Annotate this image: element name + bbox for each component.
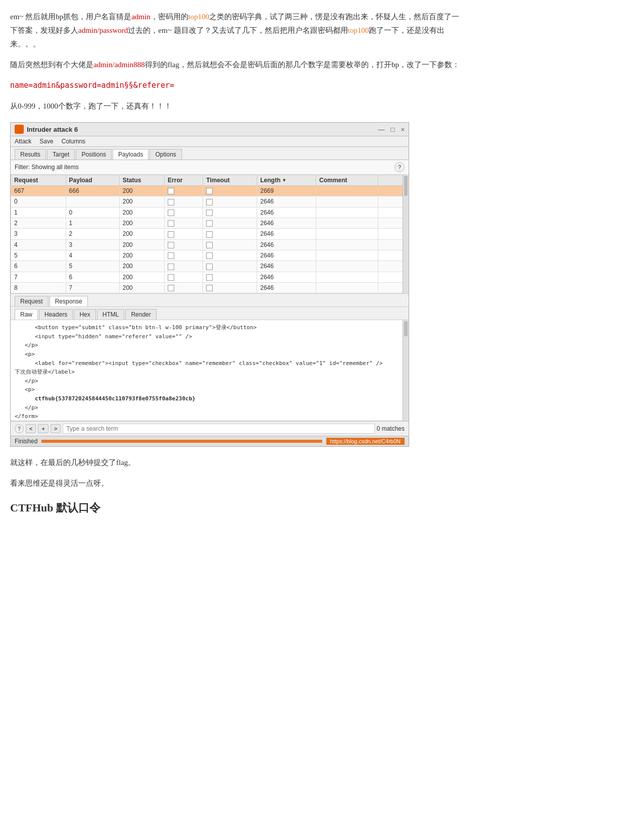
table-scrollbar[interactable] xyxy=(403,175,409,293)
cell-payload: 5 xyxy=(66,261,119,272)
cell-comment xyxy=(316,282,378,293)
table-header-row: Request Payload Status Error Timeout Len… xyxy=(11,175,409,186)
cell-length: 2646 xyxy=(257,261,316,272)
code-line: </p> xyxy=(15,377,405,386)
table-row: 8 7 200 2646 xyxy=(11,282,409,293)
cell-payload: 0 xyxy=(66,207,119,218)
attack-results-table: Request Payload Status Error Timeout Len… xyxy=(11,175,409,293)
code-scrollbar[interactable] xyxy=(403,320,409,421)
cell-timeout xyxy=(203,218,257,228)
search-input[interactable] xyxy=(63,424,374,434)
code-line: </p> xyxy=(15,403,405,412)
cell-error xyxy=(165,207,203,218)
tab-raw[interactable]: Raw xyxy=(15,309,38,320)
cell-payload: 6 xyxy=(66,272,119,282)
burp-main-tabs: Results Target Positions Payloads Option… xyxy=(11,147,409,160)
code-line: 下次自动登录</label> xyxy=(15,368,405,377)
intro-text-6: 随后突然想到有个大佬是 xyxy=(10,61,93,69)
menu-columns[interactable]: Columns xyxy=(62,138,85,145)
cell-request: 5 xyxy=(11,250,66,261)
code-scrollbar-thumb[interactable] xyxy=(404,321,408,336)
tab-positions[interactable]: Positions xyxy=(76,149,112,160)
cell-timeout xyxy=(203,272,257,282)
cell-status: 200 xyxy=(119,250,164,261)
code-line: <button type="submit" class="btn btn-l w… xyxy=(15,323,405,332)
cell-length: 2646 xyxy=(257,239,316,250)
table-row: 2 1 200 2646 xyxy=(11,218,409,228)
cell-comment xyxy=(316,186,378,196)
tab-request[interactable]: Request xyxy=(15,296,48,306)
tab-render[interactable]: Render xyxy=(125,309,156,320)
cell-payload: 666 xyxy=(66,186,119,196)
cell-request: 2 xyxy=(11,218,66,228)
burp-titlebar: Intruder attack 6 — □ × xyxy=(11,123,409,136)
cell-status: 200 xyxy=(119,239,164,250)
cell-length: 2646 xyxy=(257,229,316,239)
table-scrollbar-thumb[interactable] xyxy=(404,176,408,196)
cell-timeout xyxy=(203,196,257,207)
search-next-button[interactable]: > xyxy=(51,424,61,433)
cell-length: 2669 xyxy=(257,186,316,196)
cell-payload xyxy=(66,196,119,207)
tab-options[interactable]: Options xyxy=(150,149,181,160)
table-row: 667 666 200 2669 xyxy=(11,186,409,196)
cell-length: 2646 xyxy=(257,282,316,293)
section-heading: CTFHub 默认口令 xyxy=(10,500,465,515)
cell-length: 2646 xyxy=(257,272,316,282)
cell-status: 200 xyxy=(119,218,164,228)
cell-request: 1 xyxy=(11,207,66,218)
maximize-icon[interactable]: □ xyxy=(391,126,395,133)
tab-results[interactable]: Results xyxy=(15,149,46,160)
code-block: name=admin&password=admin§§&referer= xyxy=(10,79,465,92)
minimize-icon[interactable]: — xyxy=(378,126,385,133)
req-resp-tabs: Request Response xyxy=(11,294,409,307)
burp-window-controls: — □ × xyxy=(378,126,405,133)
view-tabs: Raw Headers Hex HTML Render xyxy=(11,307,409,320)
status-url: https://blog.csdn.net/C4rb0N xyxy=(326,438,405,445)
cell-comment xyxy=(316,207,378,218)
burp-suite-window: Intruder attack 6 — □ × Attack Save Colu… xyxy=(10,122,409,447)
intro-paragraph-1: em~ 然后就用bp抓包，用户名盲猜是admin，密码用的top100之类的密码… xyxy=(10,10,465,51)
cell-error xyxy=(165,272,203,282)
table-row: 0 200 2646 xyxy=(11,196,409,207)
burp-titlebar-left: Intruder attack 6 xyxy=(15,125,78,134)
col-header-error: Error xyxy=(165,175,203,186)
filter-bar: Filter: Showing all items ? xyxy=(11,160,409,175)
col-header-status: Status xyxy=(119,175,164,186)
intro-highlight-admin: admin xyxy=(131,13,151,21)
cell-timeout xyxy=(203,282,257,293)
search-help-button[interactable]: ? xyxy=(15,424,24,433)
tab-response[interactable]: Response xyxy=(49,296,88,306)
intro-highlight-admin-password: admin/password xyxy=(78,26,128,34)
burp-status-bar: Finished https://blog.csdn.net/C4rb0N xyxy=(11,436,409,446)
cell-timeout xyxy=(203,250,257,261)
cell-comment xyxy=(316,229,378,239)
cell-comment xyxy=(316,272,378,282)
intro-highlight-top100: top100 xyxy=(188,13,210,21)
search-prev-button[interactable]: < xyxy=(26,424,36,433)
filter-help-button[interactable]: ? xyxy=(394,162,405,172)
code-line: </p> xyxy=(15,341,405,350)
tab-hex[interactable]: Hex xyxy=(74,309,95,320)
table-row: 1 0 200 2646 xyxy=(11,207,409,218)
menu-attack[interactable]: Attack xyxy=(15,138,31,145)
attack-table-container: Request Payload Status Error Timeout Len… xyxy=(11,175,409,294)
cell-status: 200 xyxy=(119,229,164,239)
tab-payloads[interactable]: Payloads xyxy=(113,149,148,160)
burp-menubar: Attack Save Columns xyxy=(11,136,409,147)
search-matches: 0 matches xyxy=(377,425,405,432)
cell-status: 200 xyxy=(119,196,164,207)
tab-html[interactable]: HTML xyxy=(97,309,125,320)
intro-text-1: em~ 然后就用bp抓包，用户名盲猜是 xyxy=(10,13,131,21)
menu-save[interactable]: Save xyxy=(39,138,53,145)
tab-headers[interactable]: Headers xyxy=(39,309,73,320)
tab-target[interactable]: Target xyxy=(47,149,75,160)
search-add-button[interactable]: + xyxy=(38,424,48,433)
cell-error xyxy=(165,282,203,293)
close-icon[interactable]: × xyxy=(401,126,405,133)
code-line: <p> xyxy=(15,385,405,394)
cell-timeout xyxy=(203,207,257,218)
burp-window-title: Intruder attack 6 xyxy=(27,126,78,133)
code-line: <label for="remember"><input type="check… xyxy=(15,359,405,368)
cell-comment xyxy=(316,196,378,207)
